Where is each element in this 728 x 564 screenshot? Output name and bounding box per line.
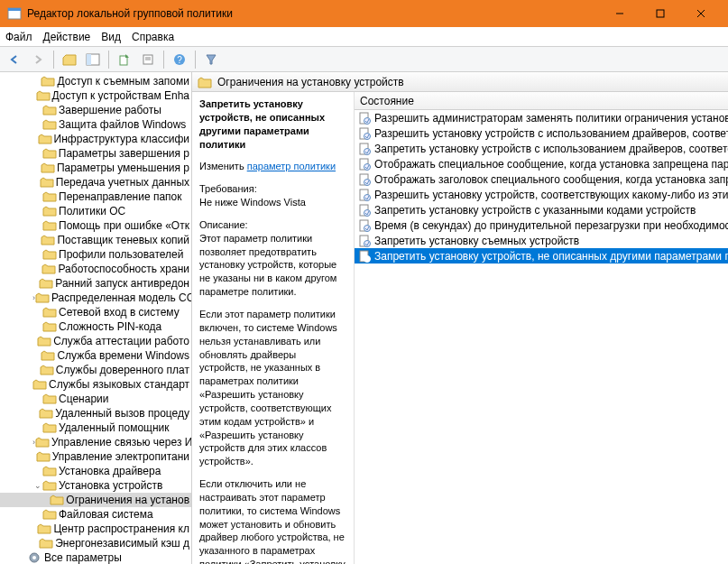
tree-item[interactable]: Параметры завершения р xyxy=(0,146,191,161)
back-button[interactable] xyxy=(4,49,25,70)
forward-button[interactable] xyxy=(27,49,49,70)
policy-list[interactable]: Состояние Разрешить администраторам заме… xyxy=(355,92,728,564)
expand-icon[interactable] xyxy=(32,348,41,363)
expand-icon[interactable] xyxy=(32,204,42,218)
minimize-button[interactable] xyxy=(599,0,640,27)
tree-item[interactable]: Инфраструктура классифи xyxy=(0,132,191,146)
tree-item-label: Центр распространения кл xyxy=(53,522,189,535)
policy-row[interactable]: Разрешить установку устройств с использо… xyxy=(355,125,728,141)
tree-item[interactable]: ›Управление связью через И xyxy=(0,435,191,449)
export-button[interactable] xyxy=(114,49,135,70)
folder-icon xyxy=(42,421,57,434)
tree-item[interactable]: Перенаправление папок xyxy=(0,190,191,204)
policy-row[interactable]: Разрешить администраторам заменять полит… xyxy=(355,110,728,125)
column-header-state[interactable]: Состояние xyxy=(355,92,728,110)
tree-item[interactable]: Сценарии xyxy=(0,392,191,406)
expand-icon[interactable] xyxy=(32,319,42,334)
tree-item[interactable]: Сложность PIN-кода xyxy=(0,319,191,334)
up-button[interactable] xyxy=(59,49,80,70)
tree-item[interactable]: Сетевой вход в систему xyxy=(0,305,191,319)
policy-row[interactable]: Время (в секундах) до принудительной пер… xyxy=(355,217,728,233)
tree-item[interactable]: Помощь при ошибке «Отк xyxy=(0,218,191,233)
navigation-tree[interactable]: Доступ к съемным запомиДоступ к устройст… xyxy=(0,72,192,564)
tree-item[interactable]: Энергонезависимый кэш д xyxy=(0,536,191,550)
tree-item[interactable]: Служба аттестации работо xyxy=(0,334,191,348)
tree-item-label: Сетевой вход в систему xyxy=(59,306,180,319)
tree-item-label: Управление связью через И xyxy=(51,436,192,448)
tree-item[interactable]: Завершение работы xyxy=(0,103,191,117)
expand-icon[interactable] xyxy=(32,218,42,233)
folder-icon xyxy=(42,320,57,333)
tree-item-label: Сложность PIN-кода xyxy=(59,320,161,333)
close-button[interactable] xyxy=(680,0,721,27)
menu-help[interactable]: Справка xyxy=(132,31,174,43)
policy-row[interactable]: Разрешить установку устройств, соответст… xyxy=(355,187,728,202)
expand-icon[interactable] xyxy=(32,507,42,522)
policy-row[interactable]: Запретить установку устройств, не описан… xyxy=(355,248,728,264)
expand-icon[interactable] xyxy=(32,117,42,132)
tree-item[interactable]: Управление электропитани xyxy=(0,449,191,464)
folder-icon xyxy=(37,335,51,347)
expand-icon[interactable] xyxy=(32,464,42,478)
show-hide-tree-button[interactable] xyxy=(82,49,104,70)
policy-icon xyxy=(358,112,371,125)
expand-icon[interactable] xyxy=(32,190,42,204)
properties-button[interactable] xyxy=(137,49,159,70)
tree-item[interactable]: ›Распределенная модель СС xyxy=(0,291,191,305)
policy-row[interactable]: Отображать специальное сообщение, когда … xyxy=(355,156,728,171)
policy-row[interactable]: Запретить установку устройств с указанны… xyxy=(355,202,728,217)
tree-item[interactable]: Центр распространения кл xyxy=(0,522,191,536)
menu-file[interactable]: Файл xyxy=(5,31,32,43)
tree-item[interactable]: Передача учетных данных xyxy=(0,175,191,190)
expand-icon[interactable] xyxy=(18,550,28,564)
tree-item[interactable]: Удаленный вызов процеду xyxy=(0,406,191,421)
expand-icon[interactable] xyxy=(32,74,41,88)
expand-icon[interactable] xyxy=(32,392,42,406)
tree-item[interactable]: Ограничения на установ xyxy=(0,493,191,507)
tree-item[interactable]: Доступ к съемным запоми xyxy=(0,74,191,88)
tree-item[interactable]: Защита файлов Windows xyxy=(0,117,191,132)
expand-icon[interactable] xyxy=(32,536,39,550)
edit-policy-link[interactable]: параметр политики xyxy=(247,161,336,171)
tree-item[interactable]: Все параметры xyxy=(0,550,191,564)
filter-button[interactable] xyxy=(200,49,222,70)
policy-row[interactable]: Запретить установку устройств с использо… xyxy=(355,141,728,156)
tree-item[interactable]: Удаленный помощник xyxy=(0,421,191,435)
folder-icon xyxy=(32,378,47,391)
expand-icon[interactable] xyxy=(32,146,42,161)
tree-item[interactable]: Параметры уменьшения р xyxy=(0,161,191,175)
tree-item-label: Службы языковых стандарт xyxy=(49,378,189,391)
tree-item[interactable]: Поставщик теневых копий xyxy=(0,233,191,247)
expand-icon[interactable] xyxy=(32,305,42,319)
policy-row[interactable]: Отображать заголовок специального сообще… xyxy=(355,171,728,187)
tree-item[interactable]: ⌄Установка устройств xyxy=(0,478,191,493)
tree-item[interactable]: Доступ к устройствам Enha xyxy=(0,88,191,103)
tree-item[interactable]: Установка драйвера xyxy=(0,464,191,478)
expand-icon[interactable] xyxy=(32,175,40,190)
expand-icon[interactable] xyxy=(32,103,42,117)
expand-icon[interactable]: ⌄ xyxy=(32,478,42,493)
policy-row[interactable]: Запретить установку съемных устройств xyxy=(355,233,728,248)
tree-item[interactable]: Служба времени Windows xyxy=(0,348,191,363)
tree-item[interactable]: Службы языковых стандарт xyxy=(0,377,191,392)
folder-icon xyxy=(42,508,57,521)
expand-icon[interactable] xyxy=(32,421,42,435)
tree-item[interactable]: Службы доверенного плат xyxy=(0,363,191,377)
tree-item[interactable]: Файловая система xyxy=(0,507,191,522)
maximize-button[interactable] xyxy=(640,0,680,27)
expand-icon[interactable] xyxy=(32,247,42,262)
help-button[interactable]: ? xyxy=(169,49,190,70)
menu-view[interactable]: Вид xyxy=(101,31,121,43)
tree-item[interactable]: Профили пользователей xyxy=(0,247,191,262)
tree-item[interactable]: Работоспособность храни xyxy=(0,262,191,276)
expand-icon[interactable] xyxy=(32,161,41,175)
expand-icon[interactable] xyxy=(32,276,39,291)
tree-item[interactable]: Ранний запуск антивредон xyxy=(0,276,191,291)
expand-icon[interactable] xyxy=(32,406,39,421)
expand-icon[interactable] xyxy=(32,262,41,276)
expand-icon[interactable] xyxy=(32,233,41,247)
expand-icon[interactable] xyxy=(32,363,40,377)
tree-item[interactable]: Политики ОС xyxy=(0,204,191,218)
menu-action[interactable]: Действие xyxy=(43,31,91,43)
tree-item-label: Параметры завершения р xyxy=(59,147,189,160)
